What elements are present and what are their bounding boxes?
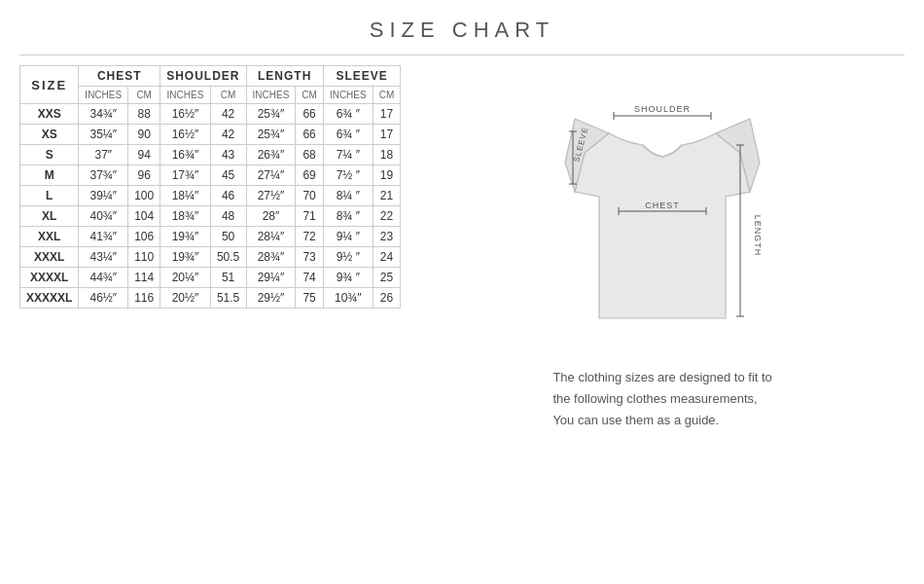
data-cell: 43 [210,145,246,165]
data-cell: 16½″ [160,104,210,125]
data-cell: 39¼″ [79,186,128,206]
data-cell: 66 [296,125,324,145]
data-cell: 106 [128,227,160,247]
right-panel: SHOULDER SLEEVE CHEST LENGTH The clothin… [401,65,905,431]
data-cell: 50 [210,227,246,247]
size-cell: XL [20,206,79,227]
subh-sh-in: INCHES [160,87,210,104]
data-cell: 26¾″ [246,145,296,165]
data-cell: 70 [296,186,324,206]
table-row: S37″9416¾″4326¾″687¼ ″18 [20,145,401,165]
size-cell: XXXXXL [20,288,79,309]
data-cell: 19¾″ [160,227,210,247]
col-shoulder: SHOULDER [160,66,246,87]
data-cell: 96 [128,165,160,186]
table-row: XXS34¾″8816½″4225¾″666¾ ″17 [20,104,401,125]
data-cell: 18¼″ [160,186,210,206]
table-row: L39¼″10018¼″4627½″708¼ ″21 [20,186,401,206]
description-text: The clothing sizes are designed to fit t… [552,367,771,431]
col-size: SIZE [20,66,79,104]
data-cell: 73 [296,247,324,268]
data-cell: 22 [373,206,401,227]
data-cell: 90 [128,125,160,145]
data-cell: 104 [128,206,160,227]
table-row: XXXL43¼″11019¾″50.528¾″739½ ″24 [20,247,401,268]
data-cell: 43¼″ [79,247,128,268]
subh-len-cm: CM [296,87,324,104]
data-cell: 17¾″ [160,165,210,186]
data-cell: 19¾″ [160,247,210,268]
size-cell: S [20,145,79,165]
data-cell: 29¼″ [246,268,296,288]
data-cell: 29½″ [246,288,296,309]
size-cell: XXS [20,104,79,125]
data-cell: 46 [210,186,246,206]
data-cell: 27½″ [246,186,296,206]
data-cell: 50.5 [210,247,246,268]
data-cell: 37¾″ [79,165,128,186]
subh-chest-in: INCHES [79,87,128,104]
col-chest: CHEST [79,66,160,87]
data-cell: 25 [373,268,401,288]
data-cell: 17 [373,125,401,145]
data-cell: 28″ [246,206,296,227]
data-cell: 25¾″ [246,104,296,125]
size-cell: XXXL [20,247,79,268]
data-cell: 100 [128,186,160,206]
data-cell: 20¼″ [160,268,210,288]
table-row: M37¾″9617¾″4527¼″697½ ″19 [20,165,401,186]
data-cell: 51.5 [210,288,246,309]
size-cell: XXXXL [20,268,79,288]
data-cell: 46½″ [79,288,128,309]
data-cell: 8¾ ″ [323,206,373,227]
data-cell: 41¾″ [79,227,128,247]
data-cell: 116 [128,288,160,309]
data-cell: 44¾″ [79,268,128,288]
data-cell: 75 [296,288,324,309]
size-cell: M [20,165,79,186]
col-length: LENGTH [246,66,323,87]
data-cell: 45 [210,165,246,186]
data-cell: 72 [296,227,324,247]
table-row: XL40¾″10418¾″4828″718¾ ″22 [20,206,401,227]
data-cell: 9½ ″ [323,247,373,268]
subh-sl-in: INCHES [323,87,373,104]
data-cell: 48 [210,206,246,227]
data-cell: 28¾″ [246,247,296,268]
data-cell: 94 [128,145,160,165]
data-cell: 10¾″ [323,288,373,309]
subh-sl-cm: CM [373,87,401,104]
data-cell: 110 [128,247,160,268]
data-cell: 42 [210,104,246,125]
data-cell: 71 [296,206,324,227]
data-cell: 8¼ ″ [323,186,373,206]
data-cell: 18 [373,145,401,165]
data-cell: 17 [373,104,401,125]
data-cell: 27¼″ [246,165,296,186]
data-cell: 35¼″ [79,125,128,145]
svg-text:CHEST: CHEST [645,201,680,210]
data-cell: 25¾″ [246,125,296,145]
svg-text:LENGTH: LENGTH [753,215,763,257]
data-cell: 68 [296,145,324,165]
col-sleeve: SLEEVE [323,66,400,87]
data-cell: 6¾ ″ [323,125,373,145]
data-cell: 6¾ ″ [323,104,373,125]
subh-len-in: INCHES [246,87,296,104]
data-cell: 19 [373,165,401,186]
subh-sh-cm: CM [210,87,246,104]
tshirt-diagram: SHOULDER SLEEVE CHEST LENGTH [555,75,769,347]
data-cell: 37″ [79,145,128,165]
data-cell: 42 [210,125,246,145]
data-cell: 20½″ [160,288,210,309]
table-row: XXL41¾″10619¾″5028¼″729¼ ″23 [20,227,401,247]
data-cell: 18¾″ [160,206,210,227]
data-cell: 26 [373,288,401,309]
data-cell: 24 [373,247,401,268]
table-row: XXXXXL46½″11620½″51.529½″7510¾″26 [20,288,401,309]
data-cell: 23 [373,227,401,247]
data-cell: 66 [296,104,324,125]
data-cell: 7½ ″ [323,165,373,186]
data-cell: 88 [128,104,160,125]
data-cell: 16¾″ [160,145,210,165]
